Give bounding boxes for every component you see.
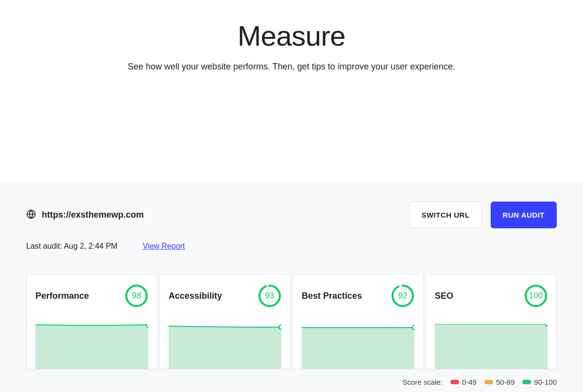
score-sparkline	[302, 324, 414, 369]
switch-url-button[interactable]: SWITCH URL	[409, 202, 481, 228]
score-value: 93	[258, 284, 281, 307]
svg-point-6	[279, 325, 281, 329]
scale-label: Score scale:	[402, 378, 443, 386]
score-gauge: 98	[125, 284, 148, 307]
scale-range-bad: 0-49	[462, 378, 477, 386]
panel-header: https://exsthemewp.com SWITCH URL RUN AU…	[26, 202, 557, 228]
action-buttons: SWITCH URL RUN AUDIT	[409, 202, 557, 228]
card-header: Performance 98	[35, 284, 148, 307]
audit-meta: Last audit: Aug 2, 2:44 PM View Report	[26, 242, 557, 251]
score-value: 100	[524, 284, 548, 307]
run-audit-button[interactable]: RUN AUDIT	[491, 202, 557, 228]
score-value: 92	[391, 284, 414, 307]
page-subtitle: See how well your website performs. Then…	[19, 62, 564, 72]
score-cards: Performance 98 Accessibility	[26, 274, 557, 369]
url-display: https://exsthemewp.com	[26, 209, 144, 221]
scale-range-warn: 50-89	[496, 378, 514, 386]
scale-bad: 0-49	[450, 378, 477, 386]
score-scale: Score scale: 0-49 50-89 90-100	[26, 378, 557, 386]
card-title: Best Practices	[302, 291, 362, 301]
score-gauge: 92	[391, 284, 414, 307]
card-header: Accessibility 93	[169, 284, 281, 307]
scale-warn: 50-89	[484, 378, 514, 386]
score-sparkline	[435, 324, 548, 369]
scale-good: 90-100	[522, 378, 557, 386]
audited-url: https://exsthemewp.com	[42, 210, 144, 220]
score-value: 98	[125, 284, 148, 307]
svg-point-9	[412, 325, 414, 330]
card-title: Accessibility	[169, 291, 222, 301]
pill-green-icon	[522, 380, 531, 384]
last-audit-text: Last audit: Aug 2, 2:44 PM	[26, 242, 118, 251]
scale-range-good: 90-100	[534, 378, 557, 386]
score-card: Accessibility 93	[159, 274, 291, 369]
view-report-link[interactable]: View Report	[143, 242, 185, 251]
score-sparkline	[35, 324, 148, 369]
svg-point-3	[146, 324, 148, 327]
svg-point-12	[546, 324, 548, 326]
score-card: Performance 98	[26, 274, 157, 369]
card-header: Best Practices 92	[302, 284, 414, 307]
globe-icon	[26, 209, 36, 221]
hero: Measure See how well your website perfor…	[0, 0, 583, 182]
card-title: Performance	[35, 291, 89, 301]
card-header: SEO 100	[435, 284, 548, 307]
pill-orange-icon	[484, 380, 493, 384]
score-sparkline	[169, 324, 281, 369]
card-title: SEO	[435, 291, 453, 301]
score-card: SEO 100	[426, 274, 557, 369]
score-card: Best Practices 92	[292, 274, 424, 369]
score-gauge: 93	[258, 284, 281, 307]
pill-red-icon	[450, 380, 459, 384]
results-panel: https://exsthemewp.com SWITCH URL RUN AU…	[0, 182, 583, 392]
page-title: Measure	[19, 19, 564, 52]
score-gauge: 100	[524, 284, 548, 307]
